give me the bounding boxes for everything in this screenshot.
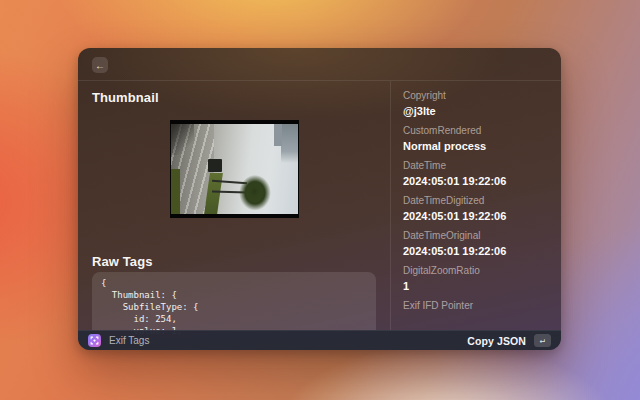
metadata-label: DateTime: [403, 160, 549, 172]
photo-layer: [281, 124, 298, 163]
metadata-value: 2024:05:01 19:22:06: [403, 244, 549, 258]
window-content: Thumbnail Raw Tags {: [78, 81, 561, 330]
metadata-value: 2024:05:01 19:22:06: [403, 209, 549, 223]
photo-layer: [208, 159, 222, 172]
metadata-label: DigitalZoomRatio: [403, 265, 549, 277]
metadata-row: CustomRendered Normal process: [403, 125, 549, 153]
metadata-row: DigitalZoomRatio 1: [403, 265, 549, 293]
back-button[interactable]: ←: [92, 57, 108, 73]
metadata-row: Copyright @j3lte: [403, 90, 549, 118]
desktop-background: ← Thumbnail: [0, 0, 640, 400]
metadata-label: DateTimeOriginal: [403, 230, 549, 242]
metadata-value: Normal process: [403, 139, 549, 153]
photo-layer: [274, 124, 282, 146]
metadata-value: @j3lte: [403, 104, 549, 118]
metadata-row: DateTime 2024:05:01 19:22:06: [403, 160, 549, 188]
metadata-row: DateTimeOriginal 2024:05:01 19:22:06: [403, 230, 549, 258]
metadata-label: CustomRendered: [403, 125, 549, 137]
code-line: Thumbnail: {: [101, 289, 367, 301]
photo-layer: [171, 169, 180, 214]
raw-tags-heading: Raw Tags: [92, 255, 376, 268]
copy-json-button[interactable]: Copy JSON ↵: [467, 334, 551, 347]
metadata-value: 2024:05:01 19:22:06: [403, 174, 549, 188]
photo-layer: [171, 124, 194, 155]
exif-tags-window: ← Thumbnail: [78, 48, 561, 350]
copy-json-label: Copy JSON: [467, 335, 526, 347]
code-line: SubfileType: {: [101, 301, 367, 313]
arrow-left-icon: ←: [95, 60, 105, 71]
app-name-label: Exif Tags: [109, 335, 149, 346]
thumbnail-image: [170, 120, 299, 218]
window-header: ←: [78, 48, 561, 81]
thumbnail-heading: Thumbnail: [92, 91, 376, 104]
metadata-panel: Copyright @j3lte CustomRendered Normal p…: [391, 81, 561, 330]
metadata-label: Copyright: [403, 90, 549, 102]
metadata-label: DateTimeDigitized: [403, 195, 549, 207]
raw-tags-code-block: { Thumbnail: { SubfileType: { id: 254, v…: [92, 272, 376, 338]
viewfinder-icon: [90, 336, 99, 345]
enter-key-icon: ↵: [534, 334, 551, 347]
metadata-value: 1: [403, 279, 549, 293]
photo-layer: [244, 179, 265, 204]
metadata-row: Exif IFD Pointer: [403, 300, 549, 312]
code-line: id: 254,: [101, 313, 367, 325]
metadata-label: Exif IFD Pointer: [403, 300, 549, 312]
detail-main-column: Thumbnail Raw Tags {: [78, 81, 390, 330]
code-line: {: [101, 277, 367, 289]
metadata-row: DateTimeDigitized 2024:05:01 19:22:06: [403, 195, 549, 223]
exif-tags-app-icon: [88, 334, 101, 347]
action-bar: Exif Tags Copy JSON ↵: [78, 330, 561, 350]
